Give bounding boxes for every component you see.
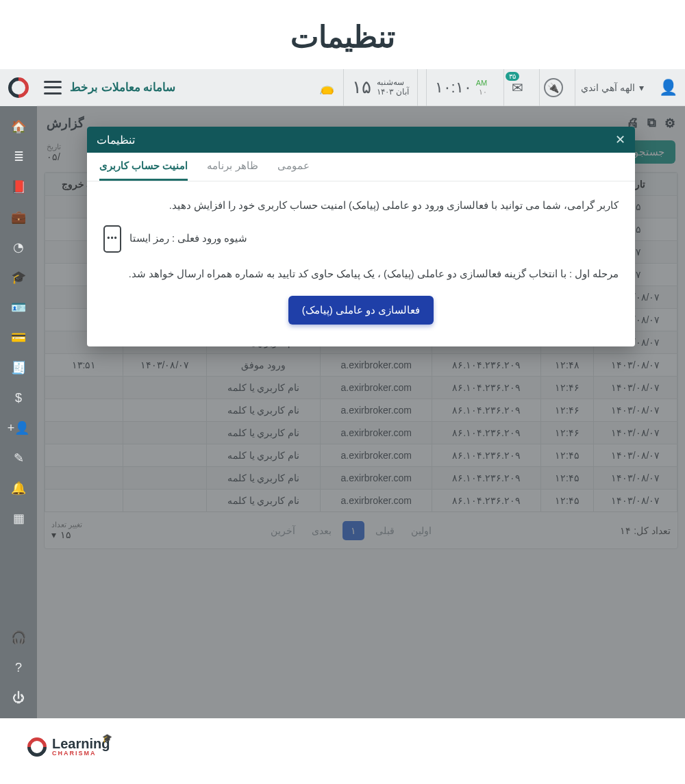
app-logo: [0, 69, 37, 106]
modal-tab[interactable]: عمومی: [277, 160, 310, 181]
sidebar-receipt-icon[interactable]: 🧾: [0, 353, 37, 383]
sidebar-help-icon[interactable]: ?: [0, 653, 37, 683]
sidebar-power-icon[interactable]: ⏻: [0, 683, 37, 713]
modal-tab[interactable]: امنیت حساب کاربری: [99, 160, 188, 181]
phone-icon: [103, 225, 121, 253]
dropdown-caret-icon: ▾: [639, 82, 644, 93]
time-main: ۱۰:۱۰: [435, 79, 472, 97]
time-block: ۱۰:۱۰ AM ۱۰: [426, 69, 496, 106]
messages-icon[interactable]: ✉ ۳۵: [503, 69, 531, 106]
modal-overlay: تنظیمات ✕ امنیت حساب کاربریظاهر برنامهعم…: [37, 106, 685, 718]
sidebar-pen-icon[interactable]: ✎: [0, 443, 37, 473]
connection-icon[interactable]: 🔌: [539, 69, 566, 106]
date-block: ۱۵ سه‌شنبه آبان ۱۴۰۳: [343, 69, 417, 106]
sidebar-bell-icon[interactable]: 🔔: [0, 473, 37, 503]
page-title: تنظیمات: [0, 0, 685, 69]
wallet-icon[interactable]: 👝: [319, 79, 335, 96]
activate-2fa-button[interactable]: فعالسازی دو عاملی (پیامک): [288, 296, 434, 325]
brand-learning-label: Learning: [52, 737, 110, 750]
sidebar-card-icon[interactable]: 💳: [0, 323, 37, 353]
modal-tab[interactable]: ظاهر برنامه: [207, 160, 258, 181]
modal-header: تنظیمات ✕: [87, 127, 635, 153]
sidebar-book-icon[interactable]: 📕: [0, 172, 37, 202]
settings-modal: تنظیمات ✕ امنیت حساب کاربریظاهر برنامهعم…: [87, 127, 635, 346]
modal-body: کاربر گرامی، شما می توانید با فعالسازی و…: [87, 181, 635, 346]
brand-charisma-label: CHARISMA: [52, 750, 110, 757]
content-area: گزارش ⚙ ⧉ 🖨 تاریخ /۰۵ جستجو تاریخساعتIPد…: [37, 106, 685, 718]
sidebar-lecture-icon[interactable]: 🎓: [0, 262, 37, 292]
step-text: مرحله اول : با انتخاب گزینه فعالسازی دو …: [103, 265, 619, 284]
footer-brand: Learning CHARISMA: [27, 737, 110, 757]
sidebar-id-icon[interactable]: 🪪: [0, 292, 37, 323]
seconds-label: ۱۰: [476, 88, 488, 96]
app-title: سامانه معاملات برخط: [70, 80, 175, 94]
current-method-label: شیوه ورود فعلی : رمز ایستا: [129, 229, 247, 249]
sidebar-headset-icon[interactable]: 🎧: [0, 622, 37, 653]
modal-title: تنظیمات: [97, 134, 135, 147]
topbar: سامانه معاملات برخط 👝 ۱۵ سه‌شنبه آبان ۱۴…: [37, 69, 685, 106]
user-avatar-icon[interactable]: 👤: [658, 77, 678, 98]
weekday-label: سه‌شنبه: [377, 78, 404, 87]
user-dropdown[interactable]: ▾ الهه آهي اندي: [575, 69, 649, 106]
current-method-row: شیوه ورود فعلی : رمز ایستا: [103, 225, 619, 253]
main-column: سامانه معاملات برخط 👝 ۱۵ سه‌شنبه آبان ۱۴…: [37, 69, 685, 718]
sidebar: 🏠≣📕💼◔🎓🪪💳🧾$👤+✎🔔▦ 🎧?⏻: [0, 69, 37, 718]
sidebar-home-icon[interactable]: 🏠: [0, 112, 37, 142]
user-name-label: الهه آهي اندي: [581, 82, 635, 93]
app-shell: 🏠≣📕💼◔🎓🪪💳🧾$👤+✎🔔▦ 🎧?⏻ سامانه معاملات برخط …: [0, 69, 685, 718]
sidebar-pie-icon[interactable]: ◔: [0, 232, 37, 262]
sidebar-dollar-icon[interactable]: $: [0, 383, 37, 413]
day-number: ۱۵: [352, 77, 371, 98]
sidebar-user-plus-icon[interactable]: 👤+: [0, 413, 37, 443]
modal-tabs: امنیت حساب کاربریظاهر برنامهعمومی: [87, 153, 635, 181]
sidebar-grid-icon[interactable]: ▦: [0, 503, 37, 533]
ampm-label: AM: [476, 79, 488, 87]
menu-toggle-icon[interactable]: [44, 81, 62, 94]
brand-logo-icon: [23, 733, 51, 761]
close-icon[interactable]: ✕: [615, 132, 625, 147]
month-label: آبان ۱۴۰۳: [377, 88, 408, 97]
sidebar-list-icon[interactable]: ≣: [0, 142, 37, 172]
intro-text: کاربر گرامی، شما می توانید با فعالسازی و…: [103, 197, 619, 216]
sidebar-briefcase-icon[interactable]: 💼: [0, 202, 37, 232]
messages-badge: ۳۵: [506, 72, 519, 81]
